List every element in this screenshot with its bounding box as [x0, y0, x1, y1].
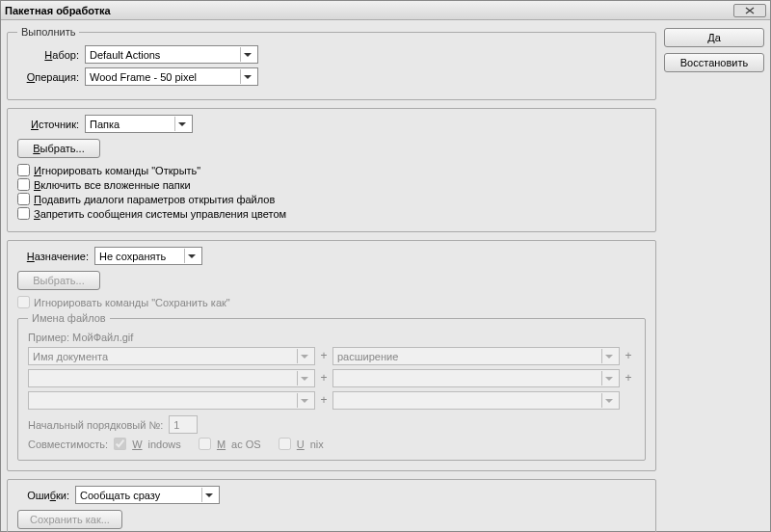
source-label: Источник:	[17, 119, 79, 130]
batch-dialog: Пакетная обработка Выполнить Набор: Defa…	[0, 0, 771, 532]
play-group: Выполнить Набор: Default Actions Операци…	[7, 26, 656, 100]
window-title: Пакетная обработка	[5, 5, 111, 16]
chevron-down-icon	[174, 117, 189, 131]
fname-part-2: расширение	[332, 347, 620, 365]
chevron-down-icon	[601, 393, 616, 408]
chk-compat-unix	[279, 438, 291, 450]
source-group: Источник: Папка Выбрать... Игнорировать …	[7, 108, 656, 232]
chk-override-open-label: Игнорировать команды "Открыть"	[34, 165, 200, 176]
window-close-button[interactable]	[733, 4, 766, 17]
dest-label: Назначение:	[17, 251, 89, 262]
plus-icon: +	[317, 369, 331, 387]
set-select[interactable]: Default Actions	[85, 45, 258, 64]
dest-choose-button: Выбрать...	[17, 271, 100, 290]
filename-example: Пример: МойФайл.gif	[28, 332, 635, 343]
chevron-down-icon	[601, 371, 616, 386]
fname-part-6	[332, 391, 620, 410]
filenames-legend: Имена файлов	[28, 312, 110, 324]
chk-include-sub[interactable]	[17, 178, 30, 191]
chevron-down-icon	[297, 349, 311, 363]
chk-compat-mac	[199, 438, 211, 450]
chevron-down-icon	[240, 69, 254, 84]
chk-include-sub-label: Включить все вложенные папки	[34, 179, 191, 191]
chk-suppress-open-opts-label: Подавить диалоги параметров открытия фай…	[34, 194, 275, 205]
fname-part-5	[28, 391, 315, 410]
set-label: Набор:	[17, 49, 79, 61]
dest-select[interactable]: Не сохранять	[94, 247, 202, 265]
chk-suppress-open-opts[interactable]	[17, 193, 30, 205]
source-choose-button[interactable]: Выбрать...	[17, 139, 100, 158]
plus-icon: +	[622, 369, 635, 387]
action-select[interactable]: Wood Frame - 50 pixel	[85, 67, 258, 86]
reset-button[interactable]: Восстановить	[664, 53, 764, 72]
source-select[interactable]: Папка	[85, 115, 193, 133]
plus-icon: +	[622, 347, 635, 365]
chk-override-save	[17, 296, 30, 308]
chk-override-open[interactable]	[17, 164, 30, 176]
action-label: Операция:	[17, 71, 79, 83]
chevron-down-icon	[201, 488, 216, 502]
chevron-down-icon	[240, 47, 254, 62]
errors-label: Ошибки:	[17, 490, 69, 501]
chevron-down-icon	[297, 393, 311, 408]
chk-suppress-color[interactable]	[17, 207, 30, 220]
filenames-group: Имена файлов Пример: МойФайл.gif Имя док…	[17, 312, 646, 461]
start-serial-label: Начальный порядковый №:	[28, 419, 163, 431]
chevron-down-icon	[184, 249, 199, 263]
ok-button[interactable]: Да	[664, 28, 764, 47]
fname-part-4	[332, 369, 620, 387]
titlebar: Пакетная обработка	[1, 1, 770, 20]
errors-save-as-button: Сохранить как...	[17, 510, 122, 529]
fname-part-1: Имя документа	[28, 347, 315, 365]
chevron-down-icon	[297, 371, 311, 386]
dest-group: Назначение: Не сохранять Выбрать... Игно…	[7, 240, 656, 471]
compat-label: Совместимость:	[28, 439, 108, 450]
plus-icon: +	[317, 347, 331, 365]
close-icon	[745, 7, 755, 14]
chk-compat-windows	[114, 438, 126, 450]
fname-part-3	[28, 369, 315, 387]
errors-select[interactable]: Сообщать сразу	[75, 486, 220, 504]
start-serial-input	[169, 415, 198, 434]
chevron-down-icon	[601, 349, 616, 363]
plus-icon: +	[317, 391, 331, 410]
play-legend: Выполнить	[17, 26, 79, 38]
chk-suppress-color-label: Запретить сообщения системы управления ц…	[34, 208, 286, 220]
chk-override-save-label: Игнорировать команды "Сохранить как"	[34, 297, 230, 308]
errors-group: Ошибки: Сообщать сразу Сохранить как...	[7, 479, 656, 532]
